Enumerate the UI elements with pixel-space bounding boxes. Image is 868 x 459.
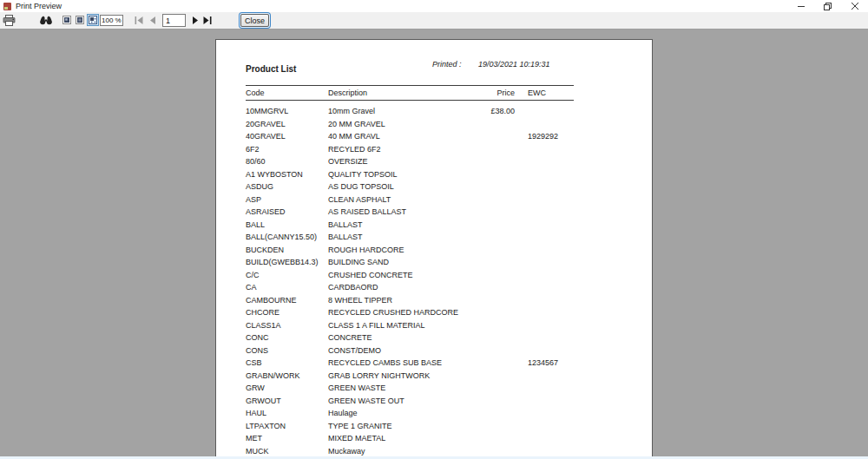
cell-code: HAUL	[246, 407, 328, 420]
cell-price	[463, 118, 515, 131]
cell-code: LTPAXTON	[246, 420, 328, 433]
cell-code: 40GRAVEL	[246, 130, 328, 143]
cell-price	[463, 168, 515, 181]
cell-desc: TYPE 1 GRANITE	[328, 420, 463, 433]
cell-ewc	[528, 155, 574, 168]
cell-code: ASRAISED	[246, 206, 328, 219]
cell-code: GRWOUT	[246, 395, 328, 408]
cell-desc: BALLAST	[328, 231, 463, 244]
cell-ewc	[528, 244, 574, 257]
cell-ewc	[528, 256, 574, 269]
cell-code: CLASS1A	[246, 319, 328, 332]
first-page-button[interactable]	[134, 16, 143, 25]
cell-price	[463, 180, 515, 193]
cell-ewc	[528, 432, 574, 445]
cell-price	[463, 244, 515, 257]
print-button[interactable]	[2, 14, 16, 27]
cell-desc: 8 WHEEL TIPPER	[328, 294, 463, 307]
page-number-input[interactable]	[162, 14, 186, 27]
view-100-percent-button[interactable]	[87, 14, 99, 26]
cell-desc: GREEN WASTE OUT	[328, 395, 463, 408]
cell-desc: GREEN WASTE	[328, 382, 463, 395]
cell-ewc	[528, 193, 574, 207]
cell-desc: CONST/DEMO	[328, 344, 463, 357]
cell-ewc	[528, 382, 574, 395]
view-page-width-button[interactable]	[74, 14, 86, 26]
cell-desc: CRUSHED CONCRETE	[328, 269, 463, 282]
cell-code: CHCORE	[246, 306, 328, 319]
cell-ewc	[528, 206, 574, 219]
cell-ewc	[528, 180, 574, 193]
cell-price	[463, 256, 515, 269]
cell-code: GRW	[246, 382, 328, 395]
minimize-button[interactable]	[787, 0, 814, 12]
column-header-code: Code	[246, 86, 328, 100]
cell-code: CONS	[246, 344, 328, 357]
cell-price	[463, 193, 515, 207]
window-title: Print Preview	[16, 2, 62, 10]
last-page-button[interactable]	[202, 16, 212, 25]
cell-desc: AS DUG TOPSOIL	[328, 180, 463, 193]
cell-price	[463, 143, 515, 156]
maximize-button[interactable]	[814, 0, 841, 12]
cell-price	[463, 382, 515, 395]
cell-desc: CLASS 1 A FILL MATERIAL	[328, 319, 463, 332]
cell-desc: 40 MM GRAVL	[328, 130, 463, 143]
cell-price	[463, 357, 515, 370]
cell-code: CSB	[246, 357, 328, 370]
app-icon	[3, 3, 11, 10]
cell-price	[463, 445, 515, 458]
next-page-button[interactable]	[190, 16, 200, 25]
cell-ewc	[528, 143, 574, 156]
previous-page-button[interactable]	[148, 16, 157, 25]
cell-desc: Muckaway	[328, 445, 463, 458]
title-bar: Print Preview	[0, 0, 868, 12]
cell-price	[463, 155, 515, 168]
restore-icon	[824, 3, 832, 10]
cell-desc: ROUGH HARDCORE	[328, 244, 463, 257]
close-preview-button[interactable]: Close	[240, 14, 269, 27]
cell-desc: RECYCLED CAMBS SUB BASE	[328, 357, 463, 370]
cell-ewc	[528, 118, 574, 131]
whole-page-icon	[62, 16, 71, 24]
cell-code: 80/60	[246, 155, 328, 168]
cell-desc: RECYCLED CRUSHED HARDCORE	[328, 306, 463, 319]
report-title: Product List	[246, 64, 296, 74]
cell-ewc: 1929292	[528, 130, 574, 143]
window-controls	[787, 0, 868, 12]
cell-price	[463, 206, 515, 219]
printer-icon	[3, 15, 16, 26]
cell-price	[463, 344, 515, 357]
cell-ewc	[528, 344, 574, 357]
cell-desc: 10mm Gravel	[328, 105, 463, 118]
cell-code: CONC	[246, 331, 328, 344]
cell-price	[463, 420, 515, 433]
cell-code: 6F2	[246, 143, 328, 156]
cell-code: BALL	[246, 219, 328, 232]
close-icon	[852, 3, 858, 10]
cell-code: CA	[246, 281, 328, 294]
cell-desc: QUALITY TOPSOIL	[328, 168, 463, 181]
cell-price	[463, 231, 515, 244]
view-whole-page-button[interactable]	[61, 14, 73, 26]
cell-desc: BALLAST	[328, 219, 463, 232]
cell-desc: GRAB LORRY NIGHTWORK	[328, 370, 463, 383]
cell-code: BUCKDEN	[246, 244, 328, 257]
close-window-button[interactable]	[841, 0, 868, 12]
report-header: Product List Printed : 19/03/2021 10:19:…	[246, 60, 628, 70]
zoom-input[interactable]	[100, 15, 123, 26]
cell-code: GRABN/WORK	[246, 370, 328, 383]
cell-desc: CLEAN ASPHALT	[328, 193, 463, 207]
cell-desc: RECYLED 6F2	[328, 143, 463, 156]
cell-ewc	[528, 281, 574, 294]
cell-desc: AS RAISED BALLAST	[328, 206, 463, 219]
cell-price	[463, 395, 515, 408]
cell-desc: MIXED MAETAL	[328, 432, 463, 445]
cell-ewc	[528, 331, 574, 344]
cell-ewc	[528, 407, 574, 420]
printed-timestamp: 19/03/2021 10:19:31	[478, 60, 550, 69]
find-button[interactable]	[39, 14, 53, 27]
cell-price	[463, 407, 515, 420]
cell-code: 20GRAVEL	[246, 118, 328, 131]
cell-desc: OVERSIZE	[328, 155, 463, 168]
